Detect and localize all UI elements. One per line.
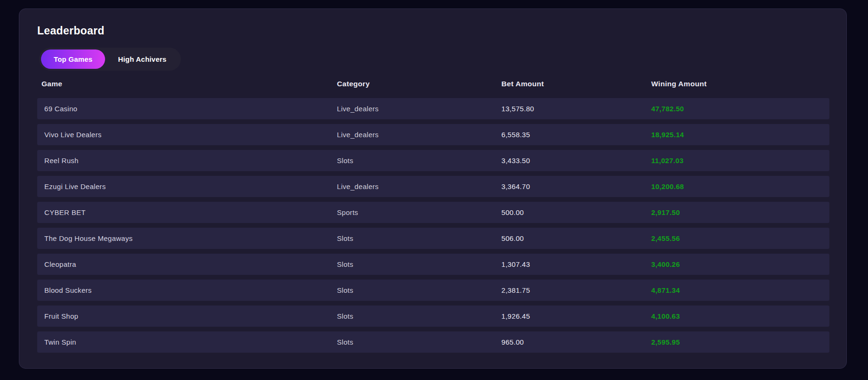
cell-category: Live_dealers — [337, 131, 501, 139]
cell-bet-amount: 506.00 — [501, 234, 651, 242]
cell-wining-amount: 4,100.63 — [651, 312, 829, 320]
table-row: The Dog House Megaways Slots 506.00 2,45… — [37, 228, 829, 249]
cell-bet-amount: 3,364.70 — [501, 182, 651, 190]
cell-wining-amount: 2,917.50 — [651, 208, 829, 216]
cell-game-name: Cleopatra — [37, 260, 337, 268]
cell-wining-amount: 47,782.50 — [651, 105, 829, 113]
table-row: CYBER BET Sports 500.00 2,917.50 — [37, 202, 829, 223]
cell-wining-amount: 4,871.34 — [651, 286, 829, 294]
cell-game-name: 69 Casino — [37, 105, 337, 113]
cell-category: Sports — [337, 208, 501, 216]
cell-category: Slots — [337, 234, 501, 242]
cell-bet-amount: 500.00 — [501, 208, 651, 216]
cell-game-name: Blood Suckers — [37, 286, 337, 294]
table-header: Game Category Bet Amount Wining Amount — [37, 77, 829, 91]
cell-bet-amount: 13,575.80 — [501, 105, 651, 113]
cell-game-name: Fruit Shop — [37, 312, 337, 320]
cell-game-name: Ezugi Live Dealers — [37, 182, 337, 190]
tab-high-achivers[interactable]: High Achivers — [105, 50, 179, 69]
cell-bet-amount: 2,381.75 — [501, 286, 651, 294]
table-row: Fruit Shop Slots 1,926.45 4,100.63 — [37, 306, 829, 327]
table-row: 69 Casino Live_dealers 13,575.80 47,782.… — [37, 98, 829, 119]
cell-wining-amount: 10,200.68 — [651, 182, 829, 190]
cell-wining-amount: 3,400.26 — [651, 260, 829, 268]
page-title: Leaderboard — [37, 25, 829, 36]
table-row: Vivo Live Dealers Live_dealers 6,558.35 … — [37, 124, 829, 145]
cell-category: Live_dealers — [337, 105, 501, 113]
column-header-category: Category — [337, 80, 501, 88]
cell-bet-amount: 3,433.50 — [501, 157, 651, 165]
leaderboard-tabs: Top Games High Achivers — [39, 48, 181, 71]
table-row: Reel Rush Slots 3,433.50 11,027.03 — [37, 150, 829, 171]
table-row: Twin Spin Slots 965.00 2,595.95 — [37, 331, 829, 353]
cell-bet-amount: 965.00 — [501, 338, 651, 346]
cell-bet-amount: 1,307.43 — [501, 260, 651, 268]
cell-wining-amount: 2,595.95 — [651, 338, 829, 346]
cell-game-name: Reel Rush — [37, 157, 337, 165]
cell-category: Slots — [337, 157, 501, 165]
cell-category: Slots — [337, 260, 501, 268]
table-row: Cleopatra Slots 1,307.43 3,400.26 — [37, 254, 829, 275]
cell-wining-amount: 2,455.56 — [651, 234, 829, 242]
table-row: Blood Suckers Slots 2,381.75 4,871.34 — [37, 280, 829, 301]
cell-category: Slots — [337, 338, 501, 346]
cell-wining-amount: 11,027.03 — [651, 157, 829, 165]
cell-game-name: Vivo Live Dealers — [37, 131, 337, 139]
column-header-win: Wining Amount — [651, 80, 829, 88]
cell-category: Slots — [337, 312, 501, 320]
tab-top-games[interactable]: Top Games — [41, 50, 105, 69]
cell-bet-amount: 1,926.45 — [501, 312, 651, 320]
column-header-game: Game — [37, 80, 337, 88]
cell-category: Slots — [337, 286, 501, 294]
cell-game-name: Twin Spin — [37, 338, 337, 346]
column-header-bet: Bet Amount — [501, 80, 651, 88]
cell-bet-amount: 6,558.35 — [501, 131, 651, 139]
cell-game-name: CYBER BET — [37, 208, 337, 216]
table-body: 69 Casino Live_dealers 13,575.80 47,782.… — [37, 98, 829, 353]
table-row: Ezugi Live Dealers Live_dealers 3,364.70… — [37, 176, 829, 197]
leaderboard-card: Leaderboard Top Games High Achivers Game… — [19, 8, 847, 369]
cell-wining-amount: 18,925.14 — [651, 131, 829, 139]
cell-game-name: The Dog House Megaways — [37, 234, 337, 242]
cell-category: Live_dealers — [337, 182, 501, 190]
